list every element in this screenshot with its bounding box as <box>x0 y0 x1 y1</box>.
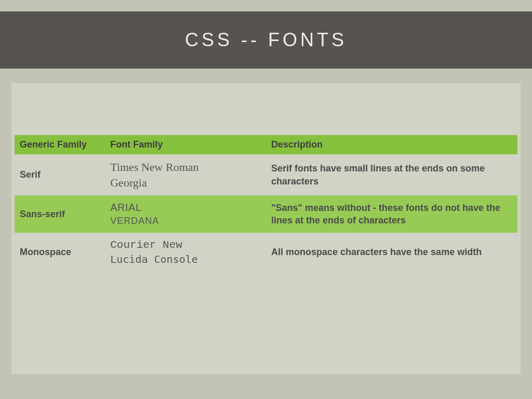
slide-title: CSS -- FONTS <box>185 29 347 51</box>
font-sample: Times New Roman <box>110 159 261 175</box>
font-sample: Georgia <box>110 175 261 191</box>
table-header-row: Generic family Font family Description <box>15 135 517 154</box>
title-bar: CSS -- FONTS <box>0 11 532 69</box>
font-sample: Courier New <box>110 238 261 252</box>
cell-font: Courier New Lucida Console <box>105 233 266 272</box>
table-row: Monospace Courier New Lucida Console All… <box>15 233 517 272</box>
table-row: Serif Times New Roman Georgia Serif font… <box>15 154 517 195</box>
cell-desc: "Sans" means without - these fonts do no… <box>266 195 517 232</box>
cell-font: Times New Roman Georgia <box>105 154 266 195</box>
cell-generic: Serif <box>15 154 105 195</box>
slide: CSS -- FONTS Generic family Font family … <box>0 0 532 399</box>
content-area: Generic family Font family Description S… <box>11 83 521 374</box>
header-generic: Generic family <box>15 135 105 154</box>
cell-desc: Serif fonts have small lines at the ends… <box>266 154 517 195</box>
cell-generic: Monospace <box>15 233 105 272</box>
cell-desc: All monospace characters have the same w… <box>266 233 517 272</box>
cell-generic: Sans-serif <box>15 195 105 232</box>
fonts-table: Generic family Font family Description S… <box>15 135 517 272</box>
font-sample: Lucida Console <box>110 252 261 267</box>
header-font: Font family <box>105 135 266 154</box>
font-sample: Arial <box>110 201 261 215</box>
table-row: Sans-serif Arial Verdana "Sans" means wi… <box>15 195 517 232</box>
font-sample: Verdana <box>110 215 261 227</box>
header-desc: Description <box>266 135 517 154</box>
cell-font: Arial Verdana <box>105 195 266 232</box>
